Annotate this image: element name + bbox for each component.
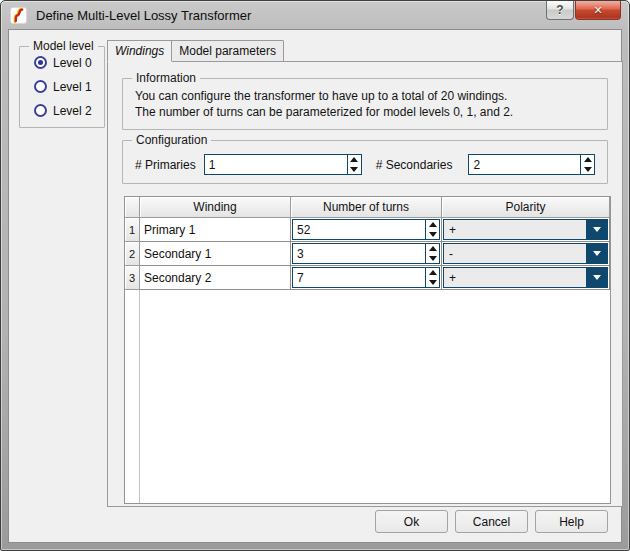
combo-dropdown-button[interactable] — [586, 220, 607, 239]
close-icon: ✕ — [593, 4, 602, 17]
turns-cell: 52 — [291, 218, 442, 242]
secondaries-label: # Secondaries — [376, 158, 453, 172]
radio-level-1[interactable]: Level 1 — [34, 78, 104, 95]
spin-down-button[interactable] — [426, 230, 439, 240]
turns-value[interactable]: 7 — [293, 271, 439, 285]
spin-up-button[interactable] — [581, 155, 594, 165]
spin-up-button[interactable] — [426, 220, 439, 230]
primaries-label: # Primaries — [135, 158, 196, 172]
help-button[interactable]: Help — [535, 510, 608, 533]
arrow-down-icon — [429, 232, 437, 237]
turns-spinner — [425, 220, 439, 239]
ok-button[interactable]: Ok — [375, 510, 448, 533]
polarity-cell: + — [442, 266, 610, 290]
spin-up-button[interactable] — [426, 244, 439, 254]
row-header[interactable]: 1 — [125, 218, 140, 242]
arrow-down-icon — [429, 280, 437, 285]
close-button[interactable]: ✕ — [575, 1, 621, 20]
spin-down-button[interactable] — [426, 278, 439, 288]
combo-dropdown-button[interactable] — [586, 268, 607, 287]
information-line-1: You can configure the transformer to hav… — [135, 88, 607, 104]
polarity-combobox[interactable]: + — [443, 267, 608, 288]
winding-name-cell[interactable]: Secondary 1 — [140, 242, 291, 266]
secondaries-value[interactable]: 2 — [469, 158, 594, 172]
primaries-spinner — [347, 155, 361, 174]
windings-tab-pane: Information You can configure the transf… — [107, 61, 623, 507]
footer-button-row: Ok Cancel Help — [375, 510, 608, 533]
configuration-group: Configuration # Primaries 1 # Secondarie… — [122, 140, 608, 184]
arrow-up-icon — [429, 270, 437, 275]
arrow-up-icon — [584, 157, 592, 162]
caption-buttons: ? ✕ — [546, 1, 621, 20]
spin-up-button[interactable] — [426, 268, 439, 278]
chevron-down-icon — [593, 227, 601, 232]
help-caption-button[interactable]: ? — [546, 1, 574, 20]
turns-spinbox[interactable]: 7 — [292, 267, 440, 288]
radio-indicator-level-0[interactable] — [34, 56, 47, 69]
turns-spinner — [425, 268, 439, 287]
spin-up-button[interactable] — [348, 155, 361, 165]
radio-label-level-2: Level 2 — [53, 104, 92, 118]
spin-down-button[interactable] — [581, 165, 594, 175]
polarity-value: + — [444, 223, 607, 237]
information-group: Information You can configure the transf… — [122, 78, 608, 130]
turns-cell: 7 — [291, 266, 442, 290]
polarity-combobox[interactable]: + — [443, 219, 608, 240]
polarity-cell: - — [442, 242, 610, 266]
radio-label-level-1: Level 1 — [53, 80, 92, 94]
model-level-group: Model level Level 0 Level 1 Level 2 — [19, 46, 105, 128]
turns-value[interactable]: 52 — [293, 223, 439, 237]
primaries-value[interactable]: 1 — [205, 158, 361, 172]
arrow-up-icon — [350, 157, 358, 162]
polarity-value: + — [444, 271, 607, 285]
chevron-down-icon — [593, 275, 601, 280]
table-empty-area[interactable] — [140, 290, 610, 503]
windings-table: Winding Number of turns Polarity 1 Prima… — [124, 196, 611, 504]
arrow-up-icon — [429, 246, 437, 251]
turns-spinbox[interactable]: 3 — [292, 243, 440, 264]
winding-name-cell[interactable]: Primary 1 — [140, 218, 291, 242]
dialog-window: Define Multi-Level Lossy Transformer ? ✕… — [0, 0, 630, 551]
row-header[interactable]: 3 — [125, 266, 140, 290]
arrow-down-icon — [429, 256, 437, 261]
window-title: Define Multi-Level Lossy Transformer — [36, 8, 251, 23]
radio-indicator-level-2[interactable] — [34, 104, 47, 117]
arrow-down-icon — [350, 167, 358, 172]
column-header-polarity[interactable]: Polarity — [442, 197, 610, 218]
model-level-group-title: Model level — [29, 39, 98, 53]
turns-spinbox[interactable]: 52 — [292, 219, 440, 240]
polarity-value: - — [444, 247, 607, 261]
polarity-cell: + — [442, 218, 610, 242]
radio-level-0[interactable]: Level 0 — [34, 54, 104, 71]
tab-bar: Windings Model parameters — [107, 40, 283, 62]
titlebar[interactable]: Define Multi-Level Lossy Transformer ? ✕ — [1, 1, 629, 29]
column-header-number-of-turns[interactable]: Number of turns — [291, 197, 442, 218]
spin-down-button[interactable] — [426, 254, 439, 264]
combo-dropdown-button[interactable] — [586, 244, 607, 263]
information-line-2: The number of turns can be parameterized… — [135, 104, 607, 120]
turns-cell: 3 — [291, 242, 442, 266]
radio-indicator-level-1[interactable] — [34, 80, 47, 93]
table-empty-row-header-area — [125, 290, 140, 503]
arrow-down-icon — [584, 167, 592, 172]
column-header-winding[interactable]: Winding — [140, 197, 291, 218]
turns-value[interactable]: 3 — [293, 247, 439, 261]
arrow-up-icon — [429, 222, 437, 227]
turns-spinner — [425, 244, 439, 263]
tab-windings[interactable]: Windings — [107, 40, 172, 62]
cancel-button[interactable]: Cancel — [455, 510, 528, 533]
table-corner-header — [125, 197, 140, 218]
dialog-client-area: Model level Level 0 Level 1 Level 2 Wind… — [8, 29, 622, 543]
tab-model-parameters[interactable]: Model parameters — [171, 40, 284, 62]
polarity-combobox[interactable]: - — [443, 243, 608, 264]
spin-down-button[interactable] — [348, 165, 361, 175]
radio-level-2[interactable]: Level 2 — [34, 102, 104, 119]
configuration-group-title: Configuration — [132, 133, 211, 147]
winding-name-cell[interactable]: Secondary 2 — [140, 266, 291, 290]
radio-label-level-0: Level 0 — [53, 56, 92, 70]
app-logo-icon — [10, 7, 27, 24]
primaries-spinbox[interactable]: 1 — [204, 154, 362, 175]
secondaries-spinbox[interactable]: 2 — [468, 154, 595, 175]
question-icon: ? — [556, 3, 563, 17]
row-header[interactable]: 2 — [125, 242, 140, 266]
